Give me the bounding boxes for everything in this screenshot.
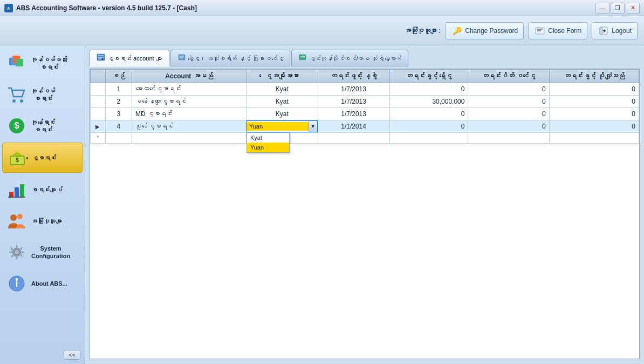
close-button[interactable]: ✕ xyxy=(626,3,640,14)
sidebar-item-sales[interactable]: ကုန်ဝယ်သည်းစာရင်း xyxy=(2,49,83,78)
row-date-2: 1/7/2013 xyxy=(318,96,389,108)
svg-point-28 xyxy=(16,278,18,280)
row-currency-1[interactable]: Kyat xyxy=(246,83,318,96)
row-no-1: 1 xyxy=(105,83,132,96)
sidebar-item-purchase[interactable]: ကုန်ဝယ်စာရင်း xyxy=(2,80,83,109)
svg-text:A: A xyxy=(7,6,10,11)
row-check-3 xyxy=(91,108,106,120)
tab-transfer-label: သွင်းကုန်လိုင်စင်/ကာမ သုံးစွဲမှုလောက် xyxy=(309,55,401,62)
row-open-balance-2: 30,000,000 xyxy=(389,96,468,108)
row-currency-4[interactable]: Yuan ▼ Kyat Yuan xyxy=(246,120,318,133)
tab-transfer-icon xyxy=(298,53,307,63)
users-icon xyxy=(6,211,27,231)
tab-transfer[interactable]: သွင်းကုန်လိုင်စင်/ကာမ သုံးစွဲမှုလောက် xyxy=(291,50,408,66)
currency-dropdown[interactable]: Yuan ▼ Kyat Yuan xyxy=(246,120,318,132)
restore-button[interactable]: ❐ xyxy=(611,3,625,14)
table-new-row[interactable]: * xyxy=(91,133,639,144)
toolbar: အသုံးပြုသူများ : 🔑 Change Password Close… xyxy=(0,16,644,45)
title-bar-left: A ABS Accounting Software - version 4.5 … xyxy=(4,4,197,12)
chart-icon xyxy=(6,179,27,200)
svg-text:$: $ xyxy=(15,121,19,130)
col-close-balance: တရင်းပိတ် ဝင်ငွေ xyxy=(468,70,549,83)
table-container: စဉ် Account အမည် ငွေအမျိုးအစား တရင်းဖွင့… xyxy=(90,69,640,359)
row-currency-2[interactable]: Kyat xyxy=(246,96,318,108)
dropdown-option-yuan[interactable]: Yuan xyxy=(247,143,289,152)
table-row[interactable]: 2 မန်နေဂျာငွေစာရင်း Kyat 1/7/2013 30,000… xyxy=(91,96,639,108)
row-no-2: 2 xyxy=(105,96,132,108)
row-check-1 xyxy=(91,83,106,96)
tab-account-list[interactable]: ငွေစာရင်း account များ xyxy=(90,50,169,66)
tab-opening-balance-icon xyxy=(177,53,186,63)
info-icon: i xyxy=(6,273,27,294)
row-date-1: 1/7/2013 xyxy=(318,83,389,96)
sidebar-item-account[interactable]: $ ငွေစာရင်း xyxy=(2,143,83,173)
col-account: Account အမည် xyxy=(132,70,246,83)
svg-point-22 xyxy=(17,214,23,219)
new-row-close-balance xyxy=(468,133,549,144)
row-close-remain-3: 0 xyxy=(549,108,639,120)
row-account-1[interactable]: အကောင်ငွေစာရင်း xyxy=(132,83,246,96)
cart-icon xyxy=(6,84,27,105)
row-open-balance-1: 0 xyxy=(389,83,468,96)
sidebar: ကုန်ဝယ်သည်းစာရင်း ကုန်ဝယ်စာရင်း $ ကုန်ရေ… xyxy=(0,45,85,364)
row-close-balance-4: 0 xyxy=(468,120,549,133)
col-check xyxy=(91,70,106,83)
row-account-3[interactable]: MD ငွေစာရင်း xyxy=(132,108,246,120)
logout-icon xyxy=(598,25,609,37)
row-indicator-4: ▶ xyxy=(91,120,106,133)
row-date-4: 1/1/2014 xyxy=(318,120,389,133)
sidebar-item-about[interactable]: i About ABS... xyxy=(2,269,83,298)
dropdown-input[interactable]: Yuan ▼ xyxy=(246,120,318,132)
new-row-no xyxy=(105,133,132,144)
sidebar-item-cash[interactable]: $ ကုန်ရောင်းစာရင်း xyxy=(2,111,83,140)
sidebar-item-purchase-label: ကုန်ဝယ်စာရင်း xyxy=(31,87,55,103)
col-no: စဉ် xyxy=(105,70,132,83)
row-account-2[interactable]: မန်နေဂျာငွေစာရင်း xyxy=(132,96,246,108)
dropdown-selected-value: Yuan xyxy=(247,122,309,131)
table-row[interactable]: ▶ 4 ပူဒ်ငွေစာရင်း Yuan ▼ Kyat xyxy=(91,120,639,133)
row-currency-3[interactable]: Kyat xyxy=(246,108,318,120)
main-layout: ကုန်ဝယ်သည်းစာရင်း ကုန်ဝယ်စာရင်း $ ကုန်ရေ… xyxy=(0,45,644,364)
new-row-date xyxy=(318,133,389,144)
svg-point-25 xyxy=(15,250,19,254)
gear-icon xyxy=(6,242,27,262)
new-row-account[interactable] xyxy=(132,133,246,144)
collapse-button[interactable]: << xyxy=(64,350,80,360)
sidebar-item-report[interactable]: စာရင်းချုပ် xyxy=(2,175,83,204)
table-row[interactable]: 1 အကောင်ငွေစာရင်း Kyat 1/7/2013 0 0 0 xyxy=(91,83,639,96)
row-date-3: 1/7/2013 xyxy=(318,108,389,120)
sidebar-item-account-label: ငွေစာရင်း xyxy=(32,154,56,161)
logout-button[interactable]: Logout xyxy=(592,22,638,39)
sidebar-item-system[interactable]: SystemConfiguration xyxy=(2,238,83,267)
account-table: စဉ် Account အမည် ငွေအမျိုးအစား တရင်းဖွင့… xyxy=(90,69,639,144)
tab-bar: ငွေစာရင်း account များ လွှဲငွေ၊ အသုံးစရိ… xyxy=(90,50,640,66)
svg-rect-18 xyxy=(15,187,19,197)
minimize-button[interactable]: — xyxy=(595,3,609,14)
app-icon: A xyxy=(4,4,13,12)
sidebar-item-report-label: စာရင်းချုပ် xyxy=(31,186,63,193)
row-close-balance-2: 0 xyxy=(468,96,549,108)
new-row-open-balance xyxy=(389,133,468,144)
svg-rect-36 xyxy=(299,55,306,60)
table-row[interactable]: 3 MD ငွေစာရင်း Kyat 1/7/2013 0 0 0 xyxy=(91,108,639,120)
sidebar-item-cash-label: ကုန်ရောင်းစာရင်း xyxy=(31,118,55,134)
svg-rect-17 xyxy=(9,192,13,197)
title-bar: A ABS Accounting Software - version 4.5 … xyxy=(0,0,644,16)
tab-account-list-label: ငွေစာရင်း account များ xyxy=(107,55,162,62)
close-form-button[interactable]: Close Form xyxy=(528,22,587,39)
row-account-4[interactable]: ပူဒ်ငွေစာရင်း xyxy=(132,120,246,133)
title-bar-controls: — ❐ ✕ xyxy=(595,3,640,14)
change-password-button[interactable]: 🔑 Change Password xyxy=(445,22,524,39)
sidebar-item-users[interactable]: အသုံးပြုသူများ xyxy=(2,206,83,235)
svg-rect-6 xyxy=(600,27,602,35)
svg-text:$: $ xyxy=(16,157,19,163)
close-form-icon xyxy=(534,25,546,37)
tab-opening-balance[interactable]: လွှဲငွေ၊ အသုံးစရိတ် နှင့် အခြားဝင်ငွေ xyxy=(170,50,290,66)
col-open-balance: တရင်းဖွင့် ရှိငွေ xyxy=(389,70,468,83)
col-currency: ငွေအမျိုးအစား xyxy=(246,70,318,83)
dropdown-arrow[interactable]: ▼ xyxy=(309,121,317,132)
row-open-balance-3: 0 xyxy=(389,108,468,120)
dropdown-option-kyat[interactable]: Kyat xyxy=(247,133,289,143)
col-open-date: တရင်းဖွင့် နေ့စွဲ xyxy=(318,70,389,83)
row-close-remain-1: 0 xyxy=(549,83,639,96)
